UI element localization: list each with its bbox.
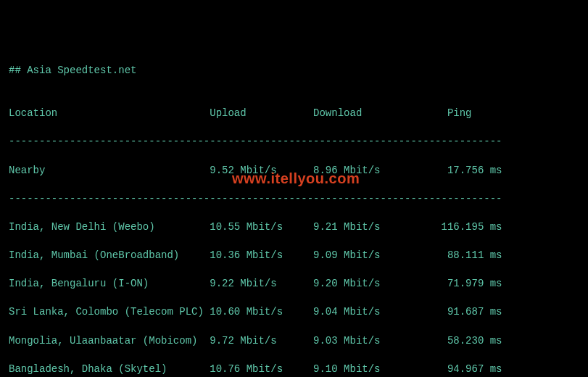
table-row: Mongolia, Ulaanbaatar (Mobicom) 9.72 Mbi… [9, 334, 579, 349]
table-row: India, New Delhi (Weebo) 10.55 Mbit/s 9.… [9, 220, 579, 235]
table-row: Bangladesh, Dhaka (Skytel) 10.76 Mbit/s … [9, 362, 579, 377]
table-row: Sri Lanka, Colombo (Telecom PLC) 10.60 M… [9, 305, 579, 320]
divider: ----------------------------------------… [9, 135, 579, 149]
divider: ----------------------------------------… [9, 192, 579, 207]
nearby-row: Nearby 9.52 Mbit/s 8.96 Mbit/s 17.756 ms [9, 164, 579, 178]
table-header: Location Upload Download Ping [9, 107, 579, 121]
table-row: India, Bengaluru (I-ON) 9.22 Mbit/s 9.20… [9, 277, 579, 291]
table-row: India, Mumbai (OneBroadband) 10.36 Mbit/… [9, 249, 579, 263]
section-title: ## Asia Speedtest.net [9, 64, 579, 78]
